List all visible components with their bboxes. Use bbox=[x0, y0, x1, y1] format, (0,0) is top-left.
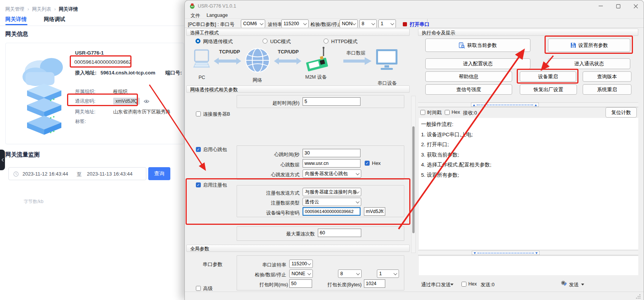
breadcrumb-item-manage[interactable]: 网关管理 bbox=[5, 6, 24, 12]
date-from-value[interactable]: 2023-11-12 16:43:44 bbox=[22, 171, 68, 177]
global-baud-select[interactable]: 115200 bbox=[289, 260, 313, 268]
floppy-save-icon bbox=[570, 42, 576, 48]
server-b-label[interactable]: 连接服务器B bbox=[203, 111, 230, 118]
eye-icon[interactable] bbox=[144, 99, 149, 103]
sent-count-label: 发送:0 bbox=[481, 281, 495, 288]
config-vertical-scroll-thumb[interactable] bbox=[412, 126, 415, 233]
get-params-button[interactable]: 获取当前参数 bbox=[425, 39, 530, 52]
radio-net-transparent-mode[interactable] bbox=[195, 39, 200, 44]
active-tab-underline bbox=[5, 24, 27, 25]
serial-closed-indicator-icon bbox=[403, 22, 407, 26]
pack-time-input[interactable] bbox=[289, 279, 312, 288]
timestamp-label[interactable]: 时间戳 bbox=[427, 110, 442, 116]
heartbeat-enable-label[interactable]: 启用心跳包 bbox=[203, 147, 227, 153]
retry-input[interactable] bbox=[318, 229, 361, 237]
pack-len-input[interactable] bbox=[364, 279, 385, 288]
open-serial-button[interactable]: 打开串口 bbox=[410, 21, 429, 28]
right-arrow-icon bbox=[343, 57, 372, 65]
register-mode-select[interactable]: 与服务器建立连接时向服 bbox=[303, 188, 361, 196]
radio-net-transparent-label[interactable]: 网络透传模式 bbox=[203, 38, 233, 45]
send-horizontal-scroll-thumb[interactable] bbox=[472, 251, 540, 255]
signal-strength-button[interactable]: 查信号强度 bbox=[425, 84, 512, 95]
stopbits-select[interactable]: 1 bbox=[378, 19, 396, 28]
heartbeat-data-input[interactable] bbox=[303, 159, 360, 168]
tab-network-debug[interactable]: 网络调试 bbox=[44, 16, 65, 23]
send-button[interactable]: 发送 bbox=[569, 281, 579, 288]
advanced-label[interactable]: 高级 bbox=[203, 285, 213, 292]
register-mode-label: 注册包发送方式 bbox=[231, 190, 300, 197]
enter-config-button[interactable]: 进入配置状态 bbox=[425, 58, 530, 69]
global-databits-select[interactable]: 8 bbox=[338, 269, 362, 278]
device-name: USR-G776-1 bbox=[75, 50, 104, 56]
parity-select[interactable]: NONI bbox=[340, 19, 358, 28]
register-enable-checkbox[interactable] bbox=[196, 182, 201, 187]
breadcrumb-item-list[interactable]: 网关列表 bbox=[32, 6, 51, 12]
date-range-picker[interactable]: 2023-11-12 16:43:44 至 2023-11-13 16:43:4… bbox=[8, 167, 146, 180]
password-label: 通讯密码: bbox=[75, 98, 95, 104]
global-parity-select[interactable]: NONE bbox=[289, 269, 313, 278]
diagram-net-label: 网络 bbox=[253, 77, 262, 84]
radio-udc-label[interactable]: UDC模式 bbox=[270, 38, 291, 45]
send-area[interactable] bbox=[419, 256, 638, 275]
query-button[interactable]: 查询 bbox=[148, 167, 170, 180]
chevron-down-icon bbox=[394, 271, 397, 275]
heartbeat-hex-checkbox[interactable] bbox=[365, 161, 370, 166]
enter-comm-button[interactable]: 进入通讯状态 bbox=[548, 58, 630, 69]
close-button[interactable] bbox=[627, 1, 644, 11]
minimize-button[interactable] bbox=[592, 1, 609, 11]
recv-count-label: 接收:0 bbox=[463, 110, 477, 116]
port-label: 端口号: bbox=[165, 70, 182, 76]
timeout-input[interactable] bbox=[303, 97, 360, 106]
set-params-button[interactable]: 设置所有参数 bbox=[548, 39, 630, 52]
set-params-label: 设置所有参数 bbox=[578, 42, 608, 49]
recv-hex-checkbox[interactable] bbox=[445, 110, 450, 115]
help-button[interactable]: 帮助信息 bbox=[425, 71, 512, 82]
radio-udc-mode[interactable] bbox=[263, 39, 268, 44]
heartbeat-mode-select[interactable]: 向服务器发送心跳包 bbox=[303, 169, 361, 178]
server-b-checkbox[interactable] bbox=[196, 111, 201, 116]
close-icon bbox=[634, 4, 638, 8]
send-hex-checkbox[interactable] bbox=[461, 282, 466, 287]
register-enable-label[interactable]: 启用注册包 bbox=[203, 182, 227, 189]
heartbeat-hex-label[interactable]: Hex bbox=[372, 160, 381, 166]
device-reboot-button[interactable]: 设备重启 bbox=[520, 71, 576, 82]
heartbeat-data-label: 心跳数据 bbox=[231, 162, 300, 168]
params-group-header: 网络透传模式相关参数 bbox=[186, 85, 410, 93]
device-id-input[interactable] bbox=[303, 207, 360, 216]
com-port-select[interactable]: COM6 bbox=[241, 19, 265, 28]
maximize-icon bbox=[616, 4, 620, 8]
heartbeat-time-input[interactable] bbox=[303, 149, 360, 157]
log-line: 5. 设置所有参数; bbox=[421, 170, 492, 181]
scroll-thumb-dots bbox=[477, 105, 533, 105]
device-password-input[interactable] bbox=[364, 207, 385, 216]
heartbeat-enable-checkbox[interactable] bbox=[196, 147, 201, 152]
log-horizontal-scroll-thumb[interactable] bbox=[471, 103, 539, 107]
send-hex-label[interactable]: Hex bbox=[468, 281, 477, 287]
chevron-down-icon bbox=[356, 200, 360, 203]
panel-collapse-toggle[interactable] bbox=[0, 150, 5, 170]
recv-hex-label[interactable]: Hex bbox=[452, 110, 460, 115]
baud-select[interactable]: 115200 bbox=[281, 19, 309, 28]
register-type-select[interactable]: 透传云 bbox=[303, 198, 361, 206]
global-baud-label: 串口波特率 bbox=[231, 262, 286, 268]
date-to-value[interactable]: 2023-11-13 16:43:44 bbox=[87, 171, 133, 177]
system-reboot-button[interactable]: 系统重启 bbox=[583, 84, 631, 95]
network-globe-icon bbox=[245, 48, 270, 73]
reset-count-button[interactable]: 复位计数 bbox=[606, 107, 637, 118]
radio-httpd-label[interactable]: HTTPD模式 bbox=[331, 38, 357, 45]
clock-icon bbox=[13, 171, 19, 177]
advanced-checkbox[interactable] bbox=[196, 286, 201, 291]
send-via-serial-dropdown[interactable]: 通过串口发送 bbox=[421, 281, 451, 288]
resize-grip-icon[interactable] bbox=[636, 294, 641, 299]
radio-httpd-mode[interactable] bbox=[324, 39, 328, 44]
chevron-down-icon bbox=[372, 21, 375, 25]
global-stopbits-select[interactable]: 1 bbox=[377, 269, 399, 278]
timestamp-checkbox[interactable] bbox=[420, 110, 425, 115]
databits-select[interactable]: 8 bbox=[359, 19, 377, 28]
address-row: 网关地址: 山东省济南市历下区颖秀路 bbox=[75, 108, 170, 115]
factory-reset-button[interactable]: 恢复出厂设置 bbox=[520, 84, 577, 95]
tab-gateway-detail[interactable]: 网关详情 bbox=[5, 16, 27, 23]
maximize-button[interactable] bbox=[610, 1, 626, 11]
query-version-button[interactable]: 查询版本 bbox=[583, 71, 631, 82]
menu-language[interactable]: Language bbox=[204, 12, 230, 19]
